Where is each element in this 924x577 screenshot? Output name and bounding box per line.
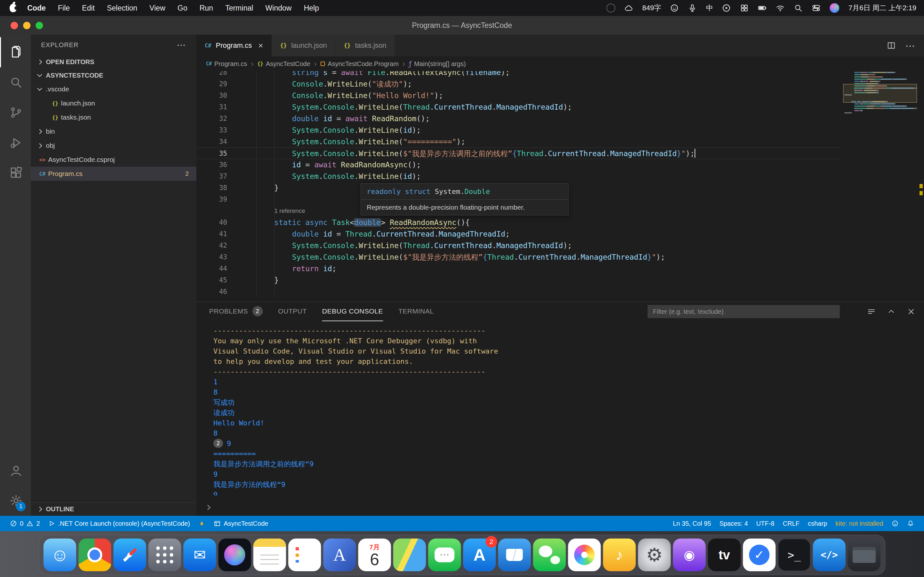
code-line-28[interactable]: 28 string s = await File.ReadAllTextAsyn… (196, 71, 841, 78)
encoding[interactable]: UTF-8 (752, 516, 779, 531)
cloud-icon[interactable] (624, 3, 633, 13)
code-line-40[interactable]: 40 static async Task<double> ReadRandomA… (196, 217, 841, 228)
file-tasks.json[interactable]: {}tasks.json (31, 110, 196, 124)
tab-Program.cs[interactable]: C#Program.cs× (196, 35, 272, 56)
code-line-44[interactable]: 44 return id; (196, 263, 841, 274)
problems-indicator[interactable]: 02 (6, 516, 44, 531)
dock-dictionary-icon[interactable]: A (323, 538, 356, 571)
dock-books-icon[interactable] (498, 538, 531, 571)
settings-icon[interactable]: 1 (0, 486, 31, 516)
console-filter-input[interactable] (648, 305, 840, 318)
close-tab-icon[interactable]: × (258, 41, 263, 51)
apple-menu-icon[interactable] (10, 4, 17, 12)
file-bin[interactable]: bin (31, 124, 196, 139)
menu-edit[interactable]: Edit (76, 4, 101, 13)
zoom-window-button[interactable] (36, 22, 43, 29)
breadcrumb-item[interactable]: ƒMain(string[] args) (409, 60, 466, 68)
dock-chrome-icon[interactable] (79, 538, 111, 571)
code-line-36[interactable]: 36 id = await ReadRandomAsync(); (196, 159, 841, 171)
tab-tasks.json[interactable]: {}tasks.json (336, 35, 395, 56)
extensions-icon[interactable] (0, 158, 31, 188)
menu-file[interactable]: File (52, 4, 76, 13)
dock-wechat-icon[interactable] (533, 538, 566, 571)
file-Program.cs[interactable]: C#Program.cs2 (31, 167, 196, 181)
panel-tab-debug-console[interactable]: DEBUG CONSOLE (322, 302, 383, 321)
code-line-30[interactable]: 30 Console.WriteLine("Hello World!"); (196, 90, 841, 101)
breadcrumb-item[interactable]: {}AsyncTestCode (257, 60, 310, 68)
omnisharp-flame[interactable] (194, 516, 210, 531)
dock-photos-icon[interactable] (568, 538, 601, 571)
code-line-34[interactable]: 34 System.Console.WriteLine("=========="… (196, 136, 841, 147)
code-line-41[interactable]: 41 double id = Thread.CurrentThread.Mana… (196, 228, 841, 240)
code-line-45[interactable]: 45 } (196, 274, 841, 286)
dock-podcasts-icon[interactable]: ◉ (673, 538, 706, 571)
dock-terminal-icon[interactable]: >_ (778, 538, 811, 571)
menu-code[interactable]: Code (21, 4, 52, 13)
code-line-32[interactable]: 32 double id = await ReadRandom(); (196, 113, 841, 124)
cursor-position[interactable]: Ln 35, Col 95 (669, 516, 715, 531)
dock-messages-icon[interactable] (428, 538, 461, 571)
dock-maps-icon[interactable] (393, 538, 426, 571)
battery-icon[interactable] (758, 3, 767, 13)
panel-close-icon[interactable] (907, 307, 916, 316)
code-editor[interactable]: 28 string s = await File.ReadAllTextAsyn… (196, 71, 924, 301)
panel-tab-output[interactable]: OUTPUT (278, 302, 307, 321)
dock-notes-icon[interactable] (254, 538, 286, 571)
focus-icon[interactable] (606, 3, 615, 13)
play-circle-icon[interactable] (722, 3, 731, 13)
app-grid-icon[interactable] (740, 3, 749, 13)
explorer-icon[interactable] (0, 37, 31, 67)
kite-status[interactable]: kite: not installed (831, 516, 887, 531)
indentation[interactable]: Spaces: 4 (715, 516, 752, 531)
dock-safari-icon[interactable] (113, 538, 146, 571)
window-title-bar[interactable]: Program.cs — AsyncTestCode (0, 16, 924, 35)
minimap[interactable] (845, 71, 917, 301)
code-line-42[interactable]: 42 System.Console.WriteLine(Thread.Curre… (196, 240, 841, 251)
dock-calendar-icon[interactable]: 7月6 (359, 538, 391, 571)
code-line-31[interactable]: 31 System.Console.WriteLine(Thread.Curre… (196, 101, 841, 113)
dock-finder-icon[interactable]: ☺ (44, 538, 76, 571)
eol-selector[interactable]: CRLF (779, 516, 804, 531)
code-line-43[interactable]: 43 System.Console.WriteLine($"我是异步方法的线程“… (196, 251, 841, 263)
code-line-37[interactable]: 37 System.Console.WriteLine(id); (196, 171, 841, 182)
code-line-29[interactable]: 29 Console.WriteLine("读成功"); (196, 78, 841, 90)
project-selector[interactable]: AsyncTestCode (210, 516, 272, 531)
dock-reminders-icon[interactable] (288, 538, 321, 571)
menu-run[interactable]: Run (194, 4, 219, 13)
word-count[interactable]: 849字 (642, 3, 661, 13)
wifi-icon[interactable] (776, 3, 785, 13)
debug-console-output[interactable]: ----------------------------------------… (213, 326, 911, 495)
file-AsyncTestCode.csproj[interactable]: <>AsyncTestCode.csproj (31, 153, 196, 167)
mic-icon[interactable] (688, 3, 697, 13)
panel-maximize-icon[interactable] (887, 307, 896, 316)
code-line-35[interactable]: 35 System.Console.WriteLine($"我是异步方法调用之前… (196, 147, 841, 159)
project-root-section[interactable]: ASYNCTESTCODE (31, 69, 196, 82)
clock[interactable]: 7月6日 周二 上午2:19 (848, 3, 916, 13)
code-line-33[interactable]: 33 System.Console.WriteLine(id); (196, 124, 841, 136)
dock-music-icon[interactable]: ♪ (603, 538, 636, 571)
menu-window[interactable]: Window (259, 4, 298, 13)
emoji-icon[interactable] (670, 3, 679, 13)
file-.vscode[interactable]: .vscode (31, 82, 196, 96)
dock-launchpad-icon[interactable] (149, 538, 181, 571)
editor-more-actions-icon[interactable]: ⋯ (905, 40, 915, 51)
menu-terminal[interactable]: Terminal (219, 4, 259, 13)
dock-siri-icon[interactable] (218, 538, 251, 571)
debug-launch-config[interactable]: .NET Core Launch (console) (AsyncTestCod… (44, 516, 194, 531)
dock-settings-icon[interactable]: ⚙ (638, 538, 671, 571)
close-window-button[interactable] (11, 22, 18, 29)
dock-mail-icon[interactable]: ✉ (184, 538, 216, 571)
account-icon[interactable] (0, 456, 31, 486)
menu-go[interactable]: Go (171, 4, 194, 13)
run-debug-icon[interactable] (0, 127, 31, 158)
dock-vscode-icon[interactable]: </> (813, 538, 846, 571)
open-editors-section[interactable]: OPEN EDITORS (31, 55, 196, 69)
code-line-46[interactable]: 46 (196, 286, 841, 298)
dock-checklist-app-icon[interactable] (743, 538, 776, 571)
console-lines-icon[interactable] (867, 307, 876, 316)
feedback[interactable] (887, 516, 903, 531)
siri-icon[interactable] (830, 3, 839, 13)
search-icon[interactable] (0, 67, 31, 97)
control-center-icon[interactable] (812, 3, 821, 13)
menu-help[interactable]: Help (298, 4, 325, 13)
